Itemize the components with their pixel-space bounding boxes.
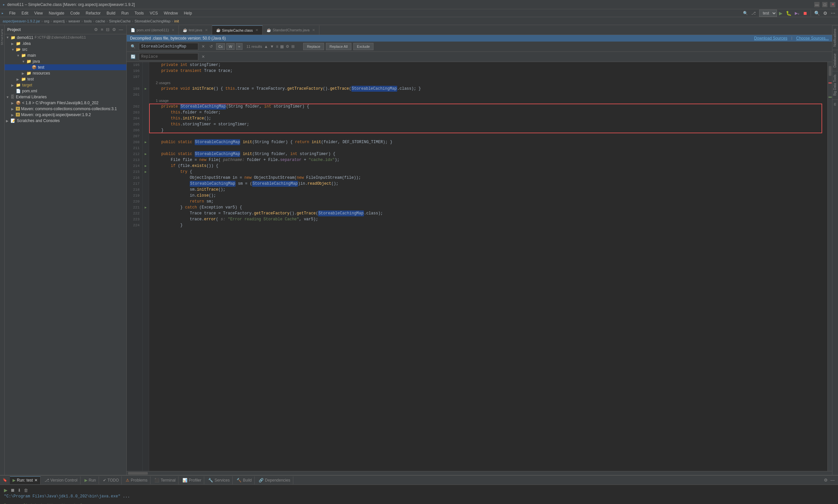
clear-output-btn[interactable]: 🗑 — [24, 488, 28, 493]
run-gutter-icon4[interactable]: ▶ — [144, 164, 146, 168]
vcs-icon[interactable]: ⎇ — [751, 11, 756, 16]
search-everywhere-btn[interactable]: 🔍 — [743, 11, 748, 16]
whole-word-btn[interactable]: W — [226, 43, 234, 50]
tree-item-test-dir[interactable]: ▶ 📁 test — [5, 76, 126, 82]
bookmarks-icon[interactable]: 🔖 — [3, 478, 7, 482]
tree-item-java[interactable]: ▼ 📁 java — [5, 58, 126, 64]
close-button[interactable]: ✕ — [830, 2, 835, 7]
bottom-hide-btn[interactable]: — — [830, 478, 835, 483]
stop-run-btn[interactable]: ⏹ — [10, 487, 15, 493]
breadcrumb-weaver[interactable]: weaver — [69, 19, 80, 23]
tree-item-ext-libs[interactable]: ▼ 🗄 External Libraries — [5, 94, 126, 100]
search-up-btn[interactable]: ▲ — [264, 44, 268, 49]
clear-replace-btn[interactable]: ✕ — [200, 54, 206, 60]
more-btn[interactable]: ⋯ — [830, 10, 837, 17]
search-settings-btn[interactable]: ⚙ — [286, 44, 289, 49]
run-gutter-icon6[interactable]: ▶ — [144, 205, 146, 210]
breadcrumb-simplecache[interactable]: SimpleCache — [109, 19, 131, 23]
clear-search-btn[interactable]: ✕ — [200, 43, 206, 50]
run-button[interactable]: ▶ — [778, 10, 784, 17]
tree-item-pom[interactable]: 📄 pom.xml — [5, 88, 126, 94]
right-tab-bigdata[interactable]: Big Data Tools — [832, 71, 838, 99]
breadcrumb-storeablecachingmap[interactable]: StoreableCachingMap — [135, 19, 171, 23]
bottom-settings-btn[interactable]: ⚙ — [823, 478, 828, 483]
menu-code[interactable]: Code — [68, 10, 83, 16]
right-tab-notifications[interactable]: Notifications — [832, 25, 838, 50]
menu-run[interactable]: Run — [119, 10, 131, 16]
menu-view[interactable]: View — [32, 10, 46, 16]
menu-refactor[interactable]: Refactor — [83, 10, 103, 16]
run-gutter-icon2[interactable]: ▶ — [144, 140, 146, 144]
menu-navigate[interactable]: Navigate — [46, 10, 67, 16]
coverage-button[interactable]: ▶ₐ — [794, 10, 801, 16]
tree-item-target[interactable]: ▶ 📁 target — [5, 82, 126, 88]
match-case-btn[interactable]: Cc — [216, 43, 225, 50]
search-loop-btn[interactable]: ↺ — [208, 43, 214, 50]
scroll-to-end-btn[interactable]: ⬇ — [17, 488, 21, 493]
bottom-tab-version-control[interactable]: ⎇ Version Control — [42, 476, 81, 484]
sidebar-settings2-btn[interactable]: ⚙ — [111, 27, 117, 32]
right-tab-database[interactable]: Database — [832, 50, 838, 71]
sidebar-collapse-btn[interactable]: ⊟ — [105, 27, 110, 32]
tab-simplecache[interactable]: ☕ SimpleCache.class ✕ — [212, 25, 263, 35]
breadcrumb-init[interactable]: init — [174, 19, 179, 23]
tree-item-demo611[interactable]: ▼ 📁 demo611 F:\CTF\题\1\demo611\demo611 — [5, 34, 126, 40]
settings-btn[interactable]: ⚙ — [822, 10, 829, 17]
restart-btn[interactable]: ▶ — [4, 487, 7, 493]
exclude-btn[interactable]: Exclude — [353, 43, 373, 50]
bottom-tab-todo[interactable]: ✔ TODO — [100, 476, 122, 484]
code-content[interactable]: private int storingTimer; private transi… — [149, 62, 827, 471]
menu-help[interactable]: Help — [181, 10, 195, 16]
tab-standardcharsets[interactable]: ☕ StandardCharsets.java ✕ — [263, 25, 319, 35]
breadcrumb-aspectj[interactable]: aspectj — [53, 19, 65, 23]
debug-button[interactable]: 🐛 — [785, 10, 793, 17]
replace-btn[interactable]: Replace — [303, 43, 324, 50]
bottom-tab-build[interactable]: 🔨 Build — [234, 476, 255, 484]
menu-build[interactable]: Build — [104, 10, 118, 16]
tab-close-pom[interactable]: ✕ — [172, 28, 175, 32]
bottom-tab-problems[interactable]: ⚠ Problems — [123, 476, 150, 484]
run-config-select[interactable]: test — [759, 10, 777, 17]
tree-item-main[interactable]: ▼ 📁 main — [5, 52, 126, 58]
tab-close-standardcharsets[interactable]: ✕ — [312, 28, 315, 32]
sidebar-gear-btn[interactable]: ⚙ — [93, 27, 99, 32]
maximize-button[interactable]: □ — [822, 2, 827, 7]
search-down-btn[interactable]: ▼ — [270, 44, 274, 49]
structure-panel-icon[interactable]: Structure — [0, 25, 5, 475]
menu-vcs[interactable]: VCS — [147, 10, 161, 16]
bottom-tab-run2[interactable]: ▶ Run — [82, 476, 99, 484]
run-gutter-icon[interactable]: ▶ — [144, 87, 146, 91]
replace-input[interactable] — [139, 53, 198, 60]
bottom-tab-terminal[interactable]: ⬛ Terminal — [152, 476, 178, 484]
breadcrumb-org[interactable]: org — [44, 19, 49, 23]
right-tab-m[interactable]: m — [832, 99, 838, 109]
search-btn[interactable]: 🔍 — [813, 10, 821, 17]
menu-edit[interactable]: Edit — [19, 10, 31, 16]
search-prev-occurrence-btn[interactable]: 🔍 — [129, 43, 137, 50]
tab-close-simplecache[interactable]: ✕ — [255, 28, 258, 32]
menu-file[interactable]: File — [6, 10, 18, 16]
sidebar-layout-btn[interactable]: ≡ — [100, 27, 104, 32]
breadcrumb-jar[interactable]: aspectjweaver-1.9.2.jar — [3, 19, 40, 23]
search-input[interactable] — [139, 43, 198, 50]
run-gutter-icon5[interactable]: ▶ — [144, 170, 146, 174]
choose-sources-link[interactable]: Choose Sources... — [796, 36, 829, 40]
tree-item-test-pkg[interactable]: 📦 test — [5, 64, 126, 70]
breadcrumb-tools[interactable]: tools — [84, 19, 92, 23]
tab-test-java[interactable]: ☕ test.java ✕ — [179, 25, 212, 35]
download-sources-link[interactable]: Download Sources — [754, 36, 787, 40]
replace-all-btn[interactable]: Replace All — [326, 43, 351, 50]
tree-item-commons[interactable]: ▶ 🅼 Maven: commons-collections:commons-c… — [5, 106, 126, 112]
tree-item-resources[interactable]: ▶ 📁 resources — [5, 70, 126, 76]
stop-button[interactable]: ⏹ — [801, 10, 809, 17]
search-filter-btn[interactable]: ▦ — [280, 44, 284, 49]
bottom-tab-run[interactable]: ▶ Run: test ✕ — [10, 476, 40, 484]
tab-pom-xml[interactable]: 📄 pom.xml (demo611) ✕ — [127, 25, 179, 35]
tree-item-scratches[interactable]: ▶ 📝 Scratches and Consoles — [5, 118, 126, 124]
tree-item-idea[interactable]: ▶ 📁 .idea — [5, 40, 126, 47]
search-list-btn[interactable]: ≡ — [276, 44, 278, 49]
tree-item-jdk[interactable]: ▶ 📦 < 1.8 > C:\Program Files\Java\jdk1.8… — [5, 100, 126, 106]
regex-btn[interactable]: ≈ — [236, 43, 243, 50]
tab-close-test[interactable]: ✕ — [205, 28, 208, 32]
minimize-button[interactable]: — — [814, 2, 820, 7]
